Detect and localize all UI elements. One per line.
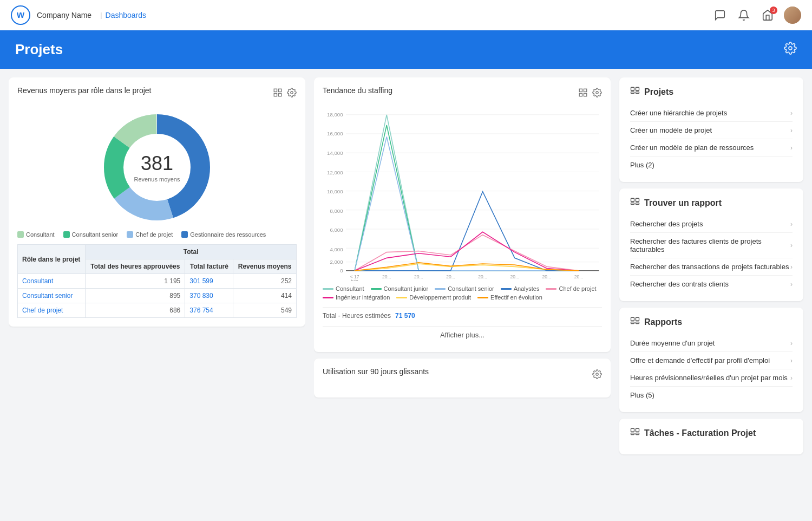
- donut-value: 381: [134, 152, 180, 175]
- utilisation-card: Utilisation sur 90 jours glissants: [314, 359, 611, 398]
- staffing-card: Tendance du staffing: [314, 77, 611, 352]
- chart-legend: Consultant Consultant junior Consultant …: [323, 285, 602, 301]
- svg-text:20...: 20...: [510, 274, 519, 279]
- afficher-plus-button[interactable]: Afficher plus...: [323, 326, 602, 343]
- link-rechercher-projets[interactable]: Rechercher des projets ›: [630, 216, 793, 233]
- inbox-badge: 3: [770, 6, 777, 14]
- settings-icon[interactable]: [784, 42, 797, 58]
- link-duree-projet[interactable]: Durée moyenne d'un projet ›: [630, 335, 793, 352]
- svg-rect-58: [636, 322, 639, 324]
- row-role-consultant[interactable]: Consultant: [18, 274, 86, 289]
- user-avatar[interactable]: [784, 6, 801, 24]
- svg-rect-50: [636, 92, 639, 94]
- gear-staffing-icon[interactable]: [592, 88, 602, 100]
- legend-item-consultant: Consultant: [17, 231, 55, 238]
- chevron-icon: ›: [790, 242, 793, 249]
- table-row: Consultant 1 195 301 599 252: [18, 274, 297, 289]
- chevron-icon: ›: [790, 263, 793, 271]
- svg-text:4,000: 4,000: [330, 246, 343, 252]
- configure-icon[interactable]: [273, 88, 283, 100]
- row-revenus-senior: 414: [233, 289, 297, 303]
- legend-consultant-senior: Consultant senior: [435, 285, 494, 292]
- chat-icon[interactable]: [712, 8, 728, 23]
- link-hierarchie[interactable]: Créer une hiérarchie de projets ›: [630, 105, 793, 122]
- table-row: Consultant senior 895 370 830 414: [18, 289, 297, 303]
- app-logo[interactable]: w: [11, 5, 30, 25]
- page-header: Projets: [0, 30, 812, 69]
- dashboards-link[interactable]: Dashboards: [106, 11, 147, 19]
- svg-point-5: [291, 92, 293, 94]
- link-contrats[interactable]: Rechercher des contrats clients ›: [630, 276, 793, 292]
- row-heures-chef: 686: [86, 303, 185, 318]
- row-revenus-consultant: 252: [233, 274, 297, 289]
- legend-dot-consultant-senior: [63, 231, 70, 238]
- svg-text:20...: 20...: [382, 274, 391, 279]
- chevron-icon: ›: [790, 340, 793, 347]
- legend-consultant-junior: Consultant junior: [371, 285, 429, 292]
- gear-card-icon[interactable]: [287, 88, 297, 100]
- link-modele-plan[interactable]: Créer un modèle de plan de ressources ›: [630, 139, 793, 157]
- donut-chart: 381 Revenus moyens: [17, 108, 297, 227]
- company-name: Company Name: [37, 11, 91, 19]
- chevron-icon: ›: [790, 127, 793, 134]
- gear-utilisation-icon[interactable]: [592, 369, 602, 381]
- row-role-chef[interactable]: Chef de projet: [18, 303, 86, 318]
- svg-text:18,000: 18,000: [327, 112, 343, 118]
- main-content: Revenus moyens par rôle dans le projet: [0, 69, 812, 521]
- middle-column: Tendance du staffing: [314, 77, 611, 513]
- chevron-icon: ›: [790, 144, 793, 152]
- plus-projets[interactable]: Plus (2): [630, 157, 793, 173]
- right-panel: Projets Créer une hiérarchie de projets …: [619, 77, 803, 513]
- rapport-section-icon: [630, 197, 640, 209]
- svg-text:16,000: 16,000: [327, 131, 343, 136]
- rapports-section: Rapports Durée moyenne d'un projet › Off…: [619, 308, 803, 412]
- revenue-card-header: Revenus moyens par rôle dans le projet: [17, 86, 297, 101]
- legend-label-chef: Chef de projet: [135, 231, 173, 238]
- row-facture-chef[interactable]: 376 754: [185, 303, 233, 318]
- svg-rect-61: [631, 433, 634, 435]
- svg-rect-52: [636, 198, 639, 201]
- link-offre-demande[interactable]: Offre et demande d'effectif par profil d…: [630, 352, 793, 369]
- rapports-section-icon: [630, 316, 640, 328]
- svg-rect-47: [631, 87, 634, 90]
- staffing-chart: 18,000 16,000 14,000 12,000 10,000 8,000…: [323, 108, 602, 281]
- link-factures-clients[interactable]: Rechercher des factures clients de proje…: [630, 233, 793, 258]
- svg-text:20...: 20...: [414, 274, 423, 279]
- staffing-card-header: Tendance du staffing: [323, 86, 602, 101]
- line-consultant-senior: [435, 288, 446, 290]
- svg-text:8,000: 8,000: [330, 208, 343, 214]
- row-facture-senior[interactable]: 370 830: [185, 289, 233, 303]
- legend-consultant: Consultant: [323, 285, 364, 292]
- bell-icon[interactable]: [736, 8, 751, 23]
- legend-dev-produit: Développement produit: [396, 294, 471, 301]
- legend-label-gestionnaire: Gestionnaire des ressources: [190, 231, 266, 238]
- row-facture-consultant[interactable]: 301 599: [185, 274, 233, 289]
- chevron-icon: ›: [790, 220, 793, 228]
- legend-item-gestionnaire: Gestionnaire des ressources: [181, 231, 266, 238]
- svg-rect-60: [636, 428, 639, 432]
- link-heures-prev[interactable]: Heures prévisionnelles/réelles d'un proj…: [630, 369, 793, 387]
- staffing-total: Total - Heures estimées 71 570: [323, 307, 602, 320]
- revenue-card-title: Revenus moyens par rôle dans le projet: [17, 86, 151, 95]
- configure-staffing-icon[interactable]: [578, 88, 588, 100]
- plus-rapports[interactable]: Plus (5): [630, 387, 793, 403]
- utilisation-card-header: Utilisation sur 90 jours glissants: [323, 367, 602, 382]
- svg-rect-14: [584, 94, 587, 96]
- link-modele-projet[interactable]: Créer un modèle de projet ›: [630, 122, 793, 139]
- col-heures: Total des heures approuvées: [86, 259, 185, 274]
- svg-point-15: [596, 92, 599, 94]
- taches-section: Tâches - Facturation Projet: [619, 419, 803, 454]
- col-revenus: Revenus moyens: [233, 259, 297, 274]
- legend-dot-consultant: [17, 231, 24, 238]
- rapport-section-title: Trouver un rapport: [630, 197, 793, 209]
- legend-label-consultant-senior: Consultant senior: [72, 231, 119, 238]
- row-heures-senior: 895: [86, 289, 185, 303]
- row-role-senior[interactable]: Consultant senior: [18, 289, 86, 303]
- legend-dot-chef: [127, 231, 133, 238]
- svg-text:10,000: 10,000: [327, 188, 343, 194]
- link-transactions[interactable]: Rechercher des transactions de projets f…: [630, 258, 793, 276]
- svg-rect-48: [636, 87, 639, 90]
- svg-rect-62: [636, 433, 639, 435]
- inbox-icon[interactable]: 3: [760, 8, 775, 23]
- legend-ingenieur: Ingénieur intégration: [323, 294, 390, 301]
